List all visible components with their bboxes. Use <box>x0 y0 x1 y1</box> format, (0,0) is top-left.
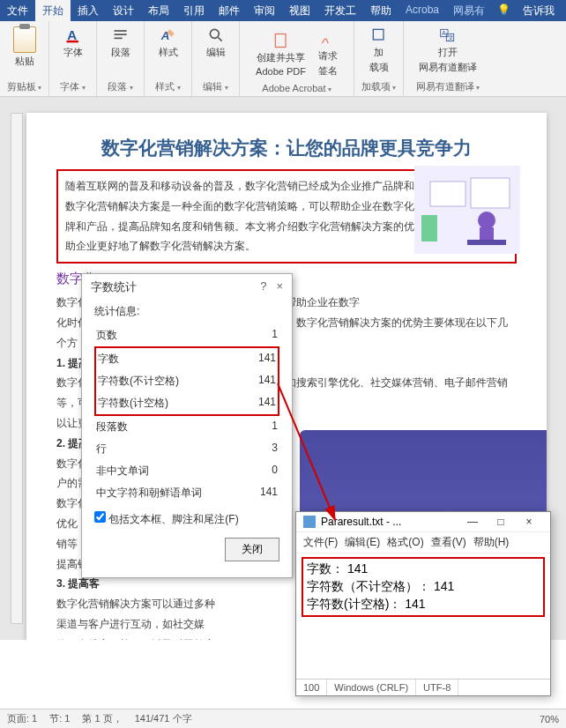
tab-design[interactable]: 设计 <box>106 0 141 21</box>
search-icon <box>207 26 225 44</box>
tab-home[interactable]: 开始 <box>35 0 71 21</box>
status-wordcount[interactable]: 141/471 个字 <box>135 712 192 725</box>
wc-row-words: 字数141 <box>96 348 278 370</box>
tab-file[interactable]: 文件 <box>0 0 35 21</box>
wc-checkbox[interactable] <box>94 511 106 523</box>
wc-highlighted-rows: 字数141 字符数(不计空格)141 字符数(计空格)141 <box>94 346 279 416</box>
addins-button[interactable]: 加 载项 <box>366 25 392 76</box>
tab-insert[interactable]: 插入 <box>71 0 106 21</box>
wc-checkbox-label: 包括文本框、脚注和尾注(F) <box>108 513 238 525</box>
svg-line-7 <box>218 38 221 41</box>
svg-rect-8 <box>275 33 286 47</box>
np-line-2: 字符数（不计空格）： 141 <box>307 578 540 596</box>
pdf-icon <box>272 32 290 49</box>
svg-rect-19 <box>467 240 506 245</box>
edit-label: 编辑 <box>206 46 226 59</box>
notepad-highlight: 字数： 141 字符数（不计空格）： 141 字符数(计空格)： 141 <box>302 557 545 617</box>
tab-mailings[interactable]: 邮件 <box>212 0 247 21</box>
paste-button[interactable]: 粘贴 <box>10 25 40 70</box>
tab-references[interactable]: 引用 <box>176 0 212 21</box>
np-zoom: 100 <box>296 680 327 695</box>
notepad-minimize[interactable]: — <box>458 516 487 528</box>
clipboard-group-label: 剪贴板 <box>7 80 41 94</box>
svg-text:A: A <box>160 29 169 42</box>
wc-close-button[interactable]: × <box>276 279 283 293</box>
svg-rect-9 <box>373 29 384 40</box>
tab-developer[interactable]: 开发工 <box>317 0 363 21</box>
svg-text:文: 文 <box>448 34 454 41</box>
font-group-label: 字体 <box>60 80 85 94</box>
np-menu-help[interactable]: 帮助(H) <box>473 535 510 550</box>
request-sign-button[interactable]: 请求 签名 <box>315 28 341 79</box>
netease-button[interactable]: A文 打开 网易有道翻译 <box>415 25 480 76</box>
clipboard-icon <box>13 26 36 53</box>
netease-group-label: 网易有道翻译 <box>416 80 480 94</box>
np-line-1: 字数： 141 <box>307 561 540 578</box>
signature-icon <box>319 30 337 48</box>
tab-netease[interactable]: 网易有 <box>446 0 492 21</box>
styles-button[interactable]: A 样式 <box>155 25 182 61</box>
word-count-dialog: 字数统计 ? × 统计信息: 页数1 字数141 字符数(不计空格)141 字符… <box>81 273 293 578</box>
addin-label1: 加 <box>374 46 384 59</box>
addin-icon <box>370 26 388 44</box>
ribbon-tabs: 文件 开始 插入 设计 布局 引用 邮件 审阅 视图 开发工 帮助 Acroba… <box>0 0 566 21</box>
p11: 数字化营销解决方案可以通过多种渠道与客户进行互动，如社交媒体、在线客服等，可以及… <box>56 594 215 640</box>
wc-info-label: 统计信息: <box>94 304 279 319</box>
notepad-statusbar: 100 Windows (CRLF) UTF-8 <box>296 679 550 695</box>
np-encoding: UTF-8 <box>416 680 458 695</box>
open-label: 打开 <box>438 46 458 59</box>
addins-group-label: 加载项 <box>361 80 396 94</box>
status-page[interactable]: 页面: 1 <box>7 712 37 725</box>
status-section[interactable]: 节: 1 <box>49 712 70 725</box>
notepad-close[interactable]: × <box>515 516 543 528</box>
wc-close-btn[interactable]: 关闭 <box>225 538 279 561</box>
styles-label: 样式 <box>159 46 178 59</box>
ribbon: 粘贴 剪贴板 A 字体 字体 段落 段落 A 样式 样式 编辑 编辑 <box>0 21 566 97</box>
svg-rect-20 <box>421 215 437 241</box>
lightbulb-icon: 💡 <box>492 0 516 21</box>
styles-group-label: 样式 <box>155 80 180 94</box>
request-label: 请求 <box>318 49 338 63</box>
np-menu-view[interactable]: 查看(V) <box>431 535 466 550</box>
tab-review[interactable]: 审阅 <box>247 0 282 21</box>
tab-help[interactable]: 帮助 <box>363 0 398 21</box>
np-menu-format[interactable]: 格式(O) <box>387 535 423 550</box>
adobe-pdf-label: Adobe PDF <box>256 66 306 77</box>
svg-line-21 <box>278 383 335 520</box>
wc-row-chars-nospace: 字符数(不计空格)141 <box>96 370 278 392</box>
word-statusbar: 页面: 1 节: 1 第 1 页， 141/471 个字 70% <box>0 709 566 728</box>
font-icon: A <box>64 26 82 44</box>
paste-label: 粘贴 <box>15 55 34 68</box>
svg-point-6 <box>210 29 219 38</box>
svg-rect-1 <box>66 41 78 43</box>
tab-view[interactable]: 视图 <box>282 0 317 21</box>
notepad-window: Pararesult.txt - ... — □ × 文件(F) 编辑(E) 格… <box>295 511 551 696</box>
paragraph-group-label: 段落 <box>108 80 132 94</box>
sign-label: 签名 <box>318 64 338 78</box>
edit-group-label: 编辑 <box>203 80 227 94</box>
svg-rect-15 <box>430 182 465 206</box>
notepad-body[interactable]: 字数： 141 字符数（不计空格）： 141 字符数(计空格)： 141 <box>296 553 550 620</box>
wc-help-button[interactable]: ? <box>260 279 266 293</box>
wc-row-paragraphs: 段落数1 <box>94 416 279 438</box>
tab-acrobat[interactable]: Acroba <box>398 0 446 21</box>
doc-title: 数字化营销解决方案：让您的品牌更具竞争力 <box>56 136 517 160</box>
tab-layout[interactable]: 布局 <box>141 0 176 21</box>
vertical-ruler[interactable] <box>11 113 23 624</box>
font-button[interactable]: A 字体 <box>60 25 86 61</box>
wc-row-pages: 页数1 <box>94 324 279 346</box>
wc-row-nonasian: 非中文单词0 <box>94 460 279 482</box>
paragraph-button[interactable]: 段落 <box>108 25 134 61</box>
edit-button[interactable]: 编辑 <box>203 25 229 61</box>
create-pdf-button[interactable]: 创建并共享 Adobe PDF <box>252 30 309 78</box>
svg-rect-16 <box>471 178 510 208</box>
wc-row-lines: 行3 <box>94 438 279 460</box>
status-page-of[interactable]: 第 1 页， <box>82 712 122 725</box>
wc-row-chars-space: 字符数(计空格)141 <box>96 392 278 414</box>
np-encoding-crlf: Windows (CRLF) <box>327 680 416 695</box>
paragraph-icon <box>112 26 130 44</box>
notepad-maximize[interactable]: □ <box>487 516 515 528</box>
wc-include-checkbox[interactable]: 包括文本框、脚注和尾注(F) <box>94 511 279 527</box>
status-zoom[interactable]: 70% <box>540 714 559 724</box>
tell-me[interactable]: 告诉我 <box>516 0 562 21</box>
